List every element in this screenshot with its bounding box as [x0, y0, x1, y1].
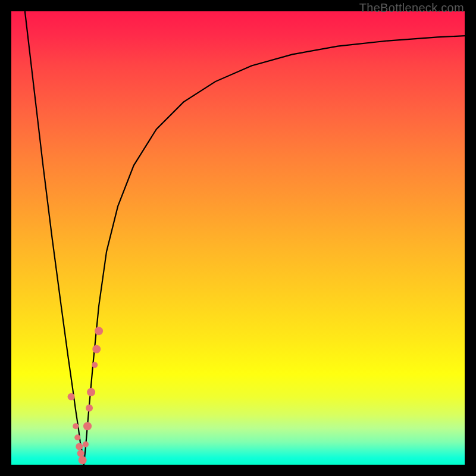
data-point [86, 405, 93, 412]
data-point [79, 456, 87, 464]
data-point [92, 362, 98, 368]
data-point [83, 441, 89, 447]
data-point [83, 422, 92, 430]
data-point [76, 443, 83, 450]
data-point [87, 388, 95, 396]
data-point [73, 423, 79, 429]
data-point [68, 393, 75, 400]
data-point [77, 450, 84, 457]
curve-left-branch [25, 11, 84, 465]
curve-right-branch [84, 36, 465, 465]
data-point [92, 345, 101, 353]
data-point [95, 327, 103, 335]
data-point [74, 434, 80, 440]
data-points [68, 327, 103, 464]
chart-svg [0, 0, 476, 476]
bottleneck-curve [25, 11, 465, 465]
